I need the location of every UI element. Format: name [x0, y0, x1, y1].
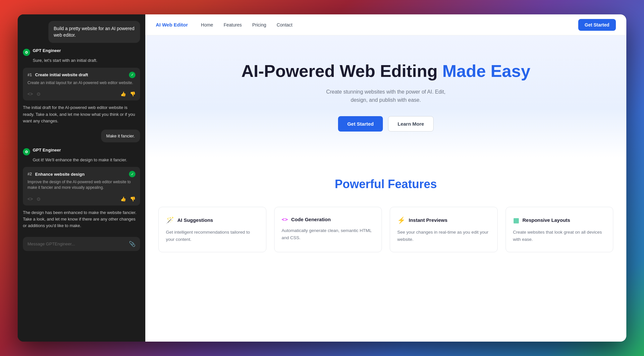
task-2-actions: <> ⊙ 👍 👎	[27, 194, 135, 202]
task-1-header-left: #1 Create initial website draft	[27, 72, 88, 77]
nav-link-contact[interactable]: Contact	[277, 22, 292, 27]
task-1-check: ✓	[129, 72, 135, 78]
feature-1-desc: Automatically generate clean, semantic H…	[282, 227, 375, 241]
task-2-number: #2	[27, 172, 32, 176]
code-icon-1[interactable]: <>	[27, 91, 33, 97]
feature-card-3: ▦ Responsive Layouts Create websites tha…	[506, 207, 614, 252]
thumbdown-icon-1[interactable]: 👎	[130, 91, 135, 97]
task-card-2: #2 Enhance website design ✓ Improve the …	[23, 167, 140, 205]
features-heading: Powerful Features	[158, 177, 613, 191]
feature-3-icon-row: ▦ Responsive Layouts	[513, 216, 606, 224]
features-grid: 🪄 AI Suggestions Get intelligent recomme…	[158, 207, 613, 252]
gpt-label-2: GPT Engineer	[33, 148, 61, 152]
thumbup-icon-1[interactable]: 👍	[120, 91, 126, 97]
feature-card-2: ⚡ Instant Previews See your changes in r…	[390, 207, 498, 252]
task-1-actions: <> ⊙ 👍 👎	[27, 89, 135, 97]
feature-1-icon-row: <> Code Generation	[282, 216, 375, 222]
feature-0-desc: Get intelligent recommendations tailored…	[166, 229, 259, 243]
hero-buttons: Get Started Learn More	[158, 116, 613, 132]
chat-input-placeholder[interactable]: Message GPTEngineer...	[27, 241, 75, 246]
info-icon-1[interactable]: ⊙	[37, 91, 41, 97]
screen-container: Build a pretty website for an AI powered…	[18, 14, 626, 342]
task-2-header-left: #2 Enhance website design	[27, 172, 84, 177]
task-card-1-header: #1 Create initial website draft ✓	[27, 72, 135, 78]
chat-panel: Build a pretty website for an AI powered…	[18, 14, 145, 342]
task-1-desc: Create an initial layout for an AI-power…	[27, 80, 135, 86]
hero-title-accent: Made Easy	[442, 62, 530, 80]
gpt-row-1: GPT Engineer	[23, 48, 140, 56]
website-panel: AI Web Editor Home Features Pricing Cont…	[145, 14, 626, 342]
feature-2-desc: See your changes in real-time as you edi…	[397, 229, 490, 243]
task-2-check: ✓	[129, 171, 135, 177]
attach-icon[interactable]: 📎	[129, 241, 135, 247]
feature-2-icon-row: ⚡ Instant Previews	[397, 216, 490, 224]
task-2-desc: Improve the design of the AI-powered web…	[27, 179, 135, 190]
gpt-row-2: GPT Engineer	[23, 148, 140, 155]
code-icon-2[interactable]: <>	[27, 196, 33, 202]
info-icon-2[interactable]: ⊙	[37, 196, 41, 202]
feature-card-1: <> Code Generation Automatically generat…	[274, 207, 382, 252]
gpt-response-4: The design has been enhanced to make the…	[23, 209, 140, 229]
hero-section: AI-Powered Web Editing Made Easy Create …	[145, 35, 626, 158]
svg-point-3	[26, 151, 27, 152]
thumbdown-icon-2[interactable]: 👎	[130, 196, 135, 202]
feature-3-title: Responsive Layouts	[523, 217, 570, 223]
nav-cta-button[interactable]: Get Started	[578, 19, 616, 31]
task-1-number: #1	[27, 73, 32, 77]
user-message-1: Build a pretty website for an AI powered…	[48, 21, 140, 43]
hero-get-started-button[interactable]: Get Started	[338, 116, 383, 132]
gpt-avatar	[23, 49, 30, 56]
feature-1-title: Code Generation	[291, 217, 331, 222]
feature-1-icon: <>	[282, 216, 288, 222]
gpt-avatar-icon	[25, 51, 28, 54]
nav-brand[interactable]: AI Web Editor	[156, 22, 188, 27]
feature-0-icon: 🪄	[166, 216, 174, 224]
gpt-label-1: GPT Engineer	[33, 48, 61, 53]
hero-subtitle: Create stunning websites with the power …	[317, 88, 455, 104]
feature-0-title: AI Suggestions	[177, 217, 213, 223]
hero-title: AI-Powered Web Editing Made Easy	[158, 62, 613, 81]
user-message-2: Make it fancier.	[101, 130, 140, 142]
feature-3-icon: ▦	[513, 216, 519, 224]
feature-2-title: Instant Previews	[409, 217, 447, 223]
task-1-title: Create initial website draft	[35, 72, 88, 77]
feature-card-0: 🪄 AI Suggestions Get intelligent recomme…	[158, 207, 266, 252]
nav-link-home[interactable]: Home	[201, 22, 213, 27]
site-nav: AI Web Editor Home Features Pricing Cont…	[145, 14, 626, 35]
gpt-response-3: Got it! We'll enhance the design to make…	[23, 157, 140, 163]
nav-link-pricing[interactable]: Pricing	[252, 22, 266, 27]
task-2-title: Enhance website design	[35, 172, 84, 177]
feature-2-icon: ⚡	[397, 216, 405, 224]
gpt-response-2: The initial draft for the AI-powered web…	[23, 104, 140, 124]
hero-title-part1: AI-Powered Web Editing	[241, 62, 442, 80]
gpt-response-1: Sure, let's start with an initial draft.	[23, 57, 140, 64]
thumbup-icon-2[interactable]: 👍	[120, 196, 126, 202]
gpt-avatar-2	[23, 148, 30, 155]
feature-0-icon-row: 🪄 AI Suggestions	[166, 216, 259, 224]
task-card-1: #1 Create initial website draft ✓ Create…	[23, 68, 140, 101]
chat-input-row[interactable]: Message GPTEngineer... 📎	[23, 237, 140, 251]
nav-link-features[interactable]: Features	[224, 22, 241, 27]
hero-learn-more-button[interactable]: Learn More	[388, 116, 434, 132]
feature-3-desc: Create websites that look great on all d…	[513, 229, 606, 243]
svg-point-1	[26, 52, 27, 53]
task-card-2-header: #2 Enhance website design ✓	[27, 171, 135, 177]
gpt-avatar-icon-2	[25, 150, 28, 153]
features-section: Powerful Features 🪄 AI Suggestions Get i…	[145, 158, 626, 342]
